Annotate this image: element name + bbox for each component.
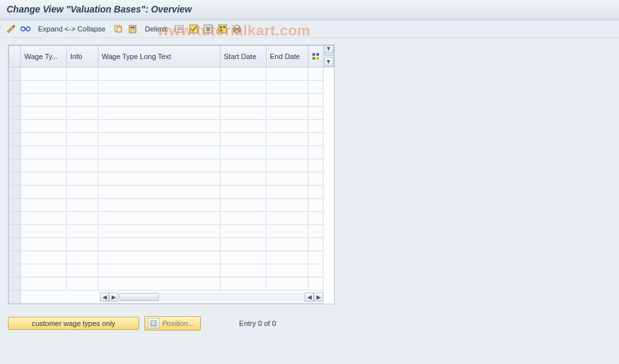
- select-all-icon[interactable]: [188, 23, 200, 35]
- config-icon[interactable]: [217, 23, 228, 35]
- row-selector[interactable]: [9, 133, 21, 146]
- customer-wage-types-button[interactable]: customer wage types only: [8, 317, 139, 330]
- cell[interactable]: [221, 107, 267, 120]
- scroll-right-step-icon[interactable]: ▶: [109, 293, 118, 302]
- cell[interactable]: [67, 159, 98, 172]
- table-row[interactable]: [9, 81, 334, 94]
- cell[interactable]: [67, 94, 98, 107]
- cell[interactable]: [98, 251, 221, 264]
- cell[interactable]: [21, 277, 67, 291]
- table-row[interactable]: [9, 186, 334, 199]
- cell[interactable]: [67, 238, 98, 251]
- cell[interactable]: [67, 277, 98, 291]
- table-row[interactable]: [9, 68, 334, 81]
- table-row[interactable]: [9, 94, 334, 107]
- cell[interactable]: [267, 251, 309, 264]
- row-selector[interactable]: [9, 186, 21, 199]
- cell[interactable]: [21, 238, 67, 251]
- row-selector[interactable]: [9, 251, 21, 264]
- cell[interactable]: [67, 225, 98, 238]
- col-wage-type[interactable]: Wage Ty...: [21, 46, 67, 68]
- cell[interactable]: [98, 212, 221, 225]
- position-button[interactable]: Position...: [144, 316, 201, 331]
- row-selector[interactable]: [9, 81, 21, 94]
- cell[interactable]: [21, 81, 67, 94]
- table-row[interactable]: [9, 159, 334, 172]
- row-selector[interactable]: [9, 159, 21, 172]
- cell[interactable]: [67, 133, 98, 146]
- table-row[interactable]: [9, 264, 334, 277]
- row-selector[interactable]: [9, 212, 21, 225]
- cell[interactable]: [221, 199, 267, 212]
- cell[interactable]: [221, 172, 267, 186]
- col-end-date[interactable]: End Date: [267, 46, 309, 68]
- cell[interactable]: [267, 81, 309, 94]
- cell[interactable]: [21, 251, 67, 264]
- table-row[interactable]: [9, 251, 334, 264]
- cell[interactable]: [267, 146, 309, 159]
- table-row[interactable]: [9, 107, 334, 120]
- cell[interactable]: [267, 159, 309, 172]
- scroll-down2-icon[interactable]: ▼: [324, 46, 333, 54]
- cell[interactable]: [67, 251, 98, 264]
- copy-icon[interactable]: [112, 23, 124, 35]
- row-selector[interactable]: [9, 225, 21, 238]
- select-all-col[interactable]: [9, 46, 21, 68]
- print-icon[interactable]: [231, 23, 243, 35]
- deselect-all-icon[interactable]: [202, 23, 214, 35]
- table-row[interactable]: [9, 172, 334, 186]
- cell[interactable]: [21, 172, 67, 186]
- expand-collapse-button[interactable]: Expand <-> Collapse: [34, 24, 110, 34]
- cell[interactable]: [67, 146, 98, 159]
- cell[interactable]: [267, 199, 309, 212]
- cell[interactable]: [221, 81, 267, 94]
- cell[interactable]: [21, 146, 67, 159]
- scroll-down-icon[interactable]: ▼: [324, 57, 333, 66]
- cell[interactable]: [267, 94, 309, 107]
- cell[interactable]: [21, 159, 67, 172]
- row-selector[interactable]: [9, 146, 21, 159]
- cell[interactable]: [98, 199, 221, 212]
- cell[interactable]: [98, 107, 221, 120]
- cell[interactable]: [267, 107, 309, 120]
- cell[interactable]: [221, 120, 267, 133]
- change-icon[interactable]: [5, 23, 17, 35]
- delimit-button[interactable]: Delimit: [141, 24, 171, 34]
- row-selector[interactable]: [9, 107, 21, 120]
- cell[interactable]: [221, 264, 267, 277]
- cell[interactable]: [67, 107, 98, 120]
- cell[interactable]: [98, 186, 221, 199]
- cell[interactable]: [267, 133, 309, 146]
- cell[interactable]: [221, 225, 267, 238]
- cell[interactable]: [221, 238, 267, 251]
- cell[interactable]: [21, 199, 67, 212]
- cell[interactable]: [21, 107, 67, 120]
- cell[interactable]: [221, 186, 267, 199]
- cell[interactable]: [98, 94, 221, 107]
- cell[interactable]: [267, 212, 309, 225]
- cell[interactable]: [67, 186, 98, 199]
- row-selector[interactable]: [9, 68, 21, 81]
- table-row[interactable]: [9, 199, 334, 212]
- row-selector[interactable]: [9, 199, 21, 212]
- row-selector[interactable]: [9, 238, 21, 251]
- cell[interactable]: [267, 68, 309, 81]
- row-selector[interactable]: [9, 264, 21, 277]
- cell[interactable]: [67, 81, 98, 94]
- row-selector[interactable]: [9, 172, 21, 186]
- row-selector[interactable]: [9, 120, 21, 133]
- glasses-icon[interactable]: [20, 23, 32, 35]
- cell[interactable]: [21, 225, 67, 238]
- table-row[interactable]: [9, 133, 334, 146]
- cell[interactable]: [21, 186, 67, 199]
- cell[interactable]: [21, 133, 67, 146]
- cell[interactable]: [98, 68, 221, 81]
- col-info[interactable]: Info: [67, 46, 98, 68]
- row-selector[interactable]: [9, 277, 21, 291]
- cell[interactable]: [67, 120, 98, 133]
- cell[interactable]: [67, 264, 98, 277]
- col-start-date[interactable]: Start Date: [221, 46, 267, 68]
- cell[interactable]: [98, 172, 221, 186]
- row-selector[interactable]: [9, 94, 21, 107]
- cell[interactable]: [98, 81, 221, 94]
